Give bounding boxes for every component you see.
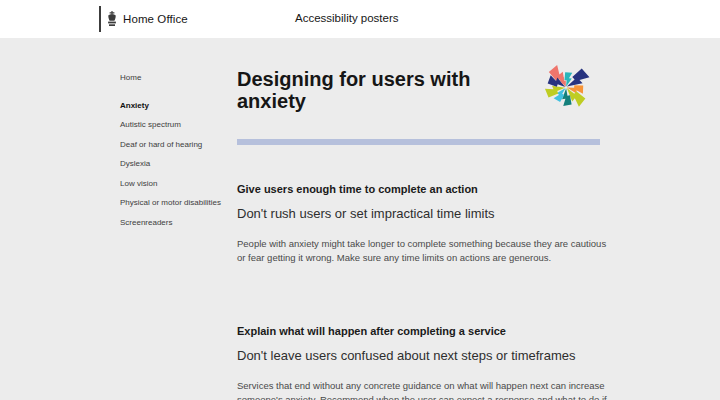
sidebar-item-low-vision[interactable]: Low vision	[120, 179, 157, 188]
section-body: People with anxiety might take longer to…	[237, 237, 609, 265]
section-body: Services that end without any concrete g…	[237, 379, 609, 400]
starburst-logo	[532, 50, 600, 122]
starburst-bolts	[545, 65, 589, 107]
sidebar-item: Deaf or hard of hearing	[120, 134, 232, 154]
sidebar-item-anxiety[interactable]: Anxiety	[120, 101, 149, 110]
sidebar-item-screenreaders[interactable]: Screenreaders	[120, 218, 172, 227]
guidance-section-next-steps: Explain what will happen after completin…	[237, 325, 613, 400]
sidebar-item-dyslexia[interactable]: Dyslexia	[120, 159, 150, 168]
guidance-section-time: Give users enough time to complete an ac…	[237, 183, 613, 265]
section-subheading: Don't leave users confused about next st…	[237, 348, 613, 363]
section-heading: Give users enough time to complete an ac…	[237, 183, 613, 196]
department-name: Home Office	[123, 13, 188, 25]
site-header: Home Office Accessibility posters	[0, 0, 720, 38]
site-title-link[interactable]: Accessibility posters	[295, 12, 399, 24]
sidebar-nav: Home Anxiety Autistic spectrum Deaf or h…	[120, 67, 232, 231]
sidebar-item: Physical or motor disabilities	[120, 192, 232, 212]
sidebar-item-deaf-or-hard-of-hearing[interactable]: Deaf or hard of hearing	[120, 140, 202, 149]
sidebar-item: Home	[120, 67, 232, 87]
divider-rule	[237, 139, 600, 145]
sidebar-item: Autistic spectrum	[120, 114, 232, 134]
sidebar-item-autistic-spectrum[interactable]: Autistic spectrum	[120, 120, 181, 129]
home-office-logo[interactable]: Home Office	[99, 6, 188, 32]
sidebar-list: Home Anxiety Autistic spectrum Deaf or h…	[120, 67, 232, 231]
sidebar-item: Dyslexia	[120, 153, 232, 173]
page-title: Designing for users with anxiety	[237, 68, 495, 112]
section-subheading: Don't rush users or set impractical time…	[237, 206, 613, 221]
sidebar-item: Screenreaders	[120, 212, 232, 232]
section-heading: Explain what will happen after completin…	[237, 325, 613, 338]
page: Home Office Accessibility posters Home A…	[0, 0, 720, 400]
sidebar-item: Low vision	[120, 173, 232, 193]
sidebar-item-home[interactable]: Home	[120, 73, 141, 82]
crown-icon	[106, 11, 118, 28]
sidebar-item-physical-or-motor-disabilities[interactable]: Physical or motor disabilities	[120, 198, 221, 207]
sidebar-item: Anxiety	[120, 95, 232, 115]
